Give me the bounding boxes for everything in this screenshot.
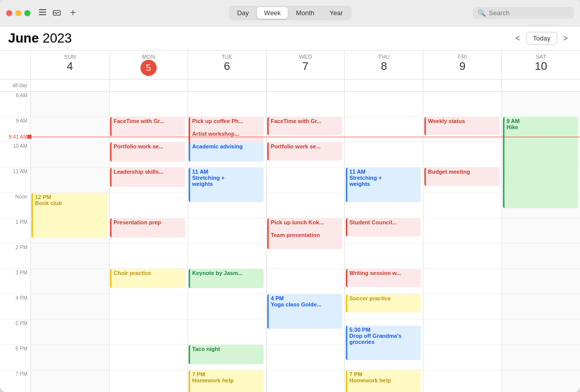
col-thu-10am[interactable]: [344, 142, 423, 168]
close-button[interactable]: [6, 10, 12, 16]
allday-thu: [344, 80, 423, 91]
event-leadership-mon[interactable]: Leadership skills...: [110, 168, 185, 187]
col-sat-2pm[interactable]: [501, 244, 580, 269]
time-2pm: 2 PM: [0, 244, 30, 269]
event-presentation-mon[interactable]: Presentation prep: [110, 218, 185, 238]
col-mon-5pm[interactable]: [109, 320, 188, 345]
event-weekly-status[interactable]: Weekly status: [424, 117, 499, 135]
col-mon-7pm[interactable]: [109, 370, 188, 392]
col-sun-2pm[interactable]: [30, 244, 109, 269]
col-thu-2pm[interactable]: [344, 244, 423, 269]
col-mon-2pm[interactable]: [109, 244, 188, 269]
col-sun-6pm[interactable]: [30, 345, 109, 370]
time-4pm: 4 PM: [0, 294, 30, 320]
col-sat-5pm[interactable]: [501, 320, 580, 345]
col-tue-5pm[interactable]: [188, 320, 266, 345]
inbox-button[interactable]: [51, 6, 63, 20]
col-sat-6pm[interactable]: [501, 345, 580, 370]
col-sun-5pm[interactable]: [30, 320, 109, 345]
col-sun-11am[interactable]: [30, 168, 109, 193]
col-mon-6pm[interactable]: [109, 345, 188, 370]
event-stretching-thu[interactable]: 11 AM Stretching + weights: [346, 168, 421, 202]
event-choir-mon[interactable]: Choir practice: [110, 269, 185, 288]
col-fri-8am[interactable]: [423, 92, 501, 117]
calendar-list-button[interactable]: [37, 6, 49, 20]
col-wed-6pm[interactable]: [266, 345, 345, 370]
col-fri-noon[interactable]: [423, 193, 501, 218]
event-portfolio-mon[interactable]: Portfolio work se...: [110, 142, 185, 162]
event-homework-thu[interactable]: 7 PM Homework help: [346, 370, 421, 392]
col-sat-3pm[interactable]: [501, 269, 580, 294]
col-mon-noon[interactable]: [109, 193, 188, 218]
event-academic-advising[interactable]: Academic advising: [189, 142, 264, 162]
event-writing-session[interactable]: Writing session w...: [346, 269, 421, 287]
col-fri-5pm[interactable]: [423, 320, 501, 345]
view-year-button[interactable]: Year: [322, 7, 350, 19]
view-month-button[interactable]: Month: [289, 7, 321, 19]
time-1pm: 1 PM: [0, 218, 30, 244]
day-header-sun: SUN 4: [30, 51, 109, 79]
next-button[interactable]: >: [559, 32, 572, 45]
minimize-button[interactable]: [15, 10, 21, 16]
event-budget-meeting[interactable]: Budget meeting: [424, 168, 499, 186]
maximize-button[interactable]: [24, 10, 30, 16]
event-stretching-tue[interactable]: 11 AM Stretching + weights: [189, 168, 264, 202]
col-thu-9am[interactable]: [344, 117, 423, 142]
col-wed-8am[interactable]: [266, 92, 345, 117]
today-button[interactable]: Today: [526, 32, 557, 45]
event-soccer-practice[interactable]: Soccer practice: [346, 294, 421, 312]
col-fri-4pm[interactable]: [423, 294, 501, 320]
col-tue-1pm[interactable]: [188, 218, 266, 244]
event-hike[interactable]: 9 AM Hike: [503, 117, 578, 208]
view-week-button[interactable]: Week: [257, 7, 288, 19]
col-sat-1pm[interactable]: [501, 218, 580, 244]
col-fri-10am[interactable]: [423, 142, 501, 168]
col-fri-3pm[interactable]: [423, 269, 501, 294]
add-event-button[interactable]: +: [67, 6, 79, 20]
event-keynote[interactable]: Keynote by Jasm...: [189, 269, 264, 288]
time-8am: 8 AM: [0, 92, 30, 117]
day-header-thu: THU 8: [344, 51, 423, 79]
col-tue-8am[interactable]: [188, 92, 266, 117]
col-sun-4pm[interactable]: [30, 294, 109, 320]
col-fri-1pm[interactable]: [423, 218, 501, 244]
col-fri-6pm[interactable]: [423, 345, 501, 370]
col-sun-10am[interactable]: [30, 142, 109, 168]
allday-sat: [501, 80, 580, 91]
time-grid-scroll[interactable]: 8 AM 9 AM 10 AM: [0, 92, 580, 392]
col-sat-7pm[interactable]: [501, 370, 580, 392]
col-mon-4pm[interactable]: [109, 294, 188, 320]
view-switcher: Day Week Month Year: [229, 6, 352, 20]
col-thu-8am[interactable]: [344, 92, 423, 117]
col-sat-8am[interactable]: [501, 92, 580, 117]
calendar-header: June 2023 < Today >: [0, 26, 580, 51]
event-facetime-mon[interactable]: FaceTime with Gr...: [110, 117, 185, 136]
col-wed-noon[interactable]: [266, 193, 345, 218]
search-input[interactable]: [489, 9, 565, 17]
col-sun-8am[interactable]: [30, 92, 109, 117]
view-day-button[interactable]: Day: [230, 7, 256, 19]
event-taco-night[interactable]: Taco night: [189, 345, 264, 364]
col-tue-2pm[interactable]: [188, 244, 266, 269]
col-wed-11am[interactable]: [266, 168, 345, 193]
col-sat-4pm[interactable]: [501, 294, 580, 320]
col-fri-7pm[interactable]: [423, 370, 501, 392]
col-sun-9am[interactable]: [30, 117, 109, 142]
col-sun-3pm[interactable]: [30, 269, 109, 294]
col-wed-7pm[interactable]: [266, 370, 345, 392]
event-yoga-class[interactable]: 4 PM Yoga class Golde...: [267, 294, 342, 329]
event-dropoff-grandma[interactable]: 5:30 PM Drop off Grandma's groceries: [346, 326, 421, 360]
col-wed-3pm[interactable]: [266, 269, 345, 294]
col-fri-2pm[interactable]: [423, 244, 501, 269]
col-mon-8am[interactable]: [109, 92, 188, 117]
col-sun-7pm[interactable]: [30, 370, 109, 392]
event-homework-tue[interactable]: 7 PM Homework help: [189, 370, 264, 392]
event-book-club[interactable]: 12 PM Book club: [31, 193, 107, 238]
col-tue-4pm[interactable]: [188, 294, 266, 320]
event-facetime-wed[interactable]: FaceTime with Gr...: [267, 117, 342, 135]
event-portfolio-wed[interactable]: Portfolio work se...: [267, 142, 342, 161]
event-team-presentation[interactable]: Team presentation: [267, 231, 342, 249]
event-student-council[interactable]: Student Council...: [346, 218, 421, 237]
prev-button[interactable]: <: [512, 32, 524, 45]
day-headers: SUN 4 MON 5 TUE 6 WED 7 THU 8 FRI 9 SA: [0, 51, 580, 80]
